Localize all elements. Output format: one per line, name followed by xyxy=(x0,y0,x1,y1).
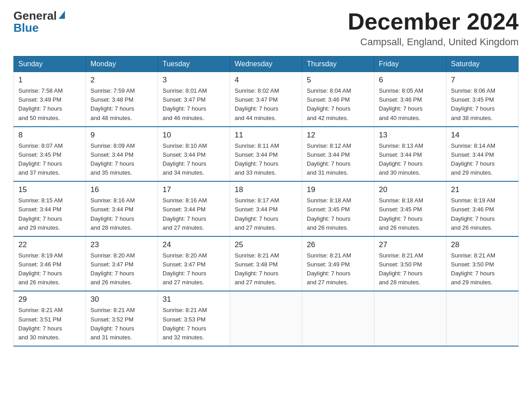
calendar-week-row: 15 Sunrise: 8:15 AMSunset: 3:44 PMDaylig… xyxy=(14,181,519,236)
calendar-cell: 3 Sunrise: 8:01 AMSunset: 3:47 PMDayligh… xyxy=(158,72,230,127)
calendar-week-row: 22 Sunrise: 8:19 AMSunset: 3:46 PMDaylig… xyxy=(14,236,519,291)
day-info: Sunrise: 8:14 AMSunset: 3:44 PMDaylight:… xyxy=(451,141,514,178)
day-number: 10 xyxy=(163,131,225,140)
day-info: Sunrise: 8:09 AMSunset: 3:44 PMDaylight:… xyxy=(90,141,153,178)
day-info: Sunrise: 8:21 AMSunset: 3:50 PMDaylight:… xyxy=(379,251,442,287)
col-header-monday: Monday xyxy=(86,56,158,72)
calendar-cell xyxy=(374,291,446,346)
day-info: Sunrise: 8:12 AMSunset: 3:44 PMDaylight:… xyxy=(307,141,369,178)
calendar-cell: 11 Sunrise: 8:11 AMSunset: 3:44 PMDaylig… xyxy=(230,127,302,182)
day-info: Sunrise: 8:16 AMSunset: 3:44 PMDaylight:… xyxy=(163,196,225,232)
calendar-cell: 21 Sunrise: 8:19 AMSunset: 3:46 PMDaylig… xyxy=(446,181,519,236)
title-section: December 2024 Campsall, England, United … xyxy=(348,9,519,48)
calendar-cell: 13 Sunrise: 8:13 AMSunset: 3:44 PMDaylig… xyxy=(374,127,446,182)
day-number: 8 xyxy=(18,131,81,140)
day-number: 24 xyxy=(163,240,225,249)
calendar-cell: 28 Sunrise: 8:21 AMSunset: 3:50 PMDaylig… xyxy=(446,236,519,291)
day-number: 21 xyxy=(451,185,514,194)
calendar-cell: 6 Sunrise: 8:05 AMSunset: 3:46 PMDayligh… xyxy=(374,72,446,127)
calendar-cell xyxy=(230,291,302,346)
calendar-week-row: 8 Sunrise: 8:07 AMSunset: 3:45 PMDayligh… xyxy=(14,127,519,182)
day-info: Sunrise: 8:16 AMSunset: 3:44 PMDaylight:… xyxy=(90,196,153,232)
day-info: Sunrise: 8:18 AMSunset: 3:45 PMDaylight:… xyxy=(379,196,442,232)
calendar-cell: 23 Sunrise: 8:20 AMSunset: 3:47 PMDaylig… xyxy=(86,236,158,291)
day-number: 14 xyxy=(451,131,514,140)
day-info: Sunrise: 8:21 AMSunset: 3:51 PMDaylight:… xyxy=(18,306,81,342)
calendar-cell: 4 Sunrise: 8:02 AMSunset: 3:47 PMDayligh… xyxy=(230,72,302,127)
day-number: 17 xyxy=(163,185,225,194)
day-info: Sunrise: 8:21 AMSunset: 3:53 PMDaylight:… xyxy=(163,306,225,342)
day-number: 26 xyxy=(307,240,369,249)
day-info: Sunrise: 8:21 AMSunset: 3:50 PMDaylight:… xyxy=(451,251,514,287)
day-info: Sunrise: 8:21 AMSunset: 3:52 PMDaylight:… xyxy=(90,306,153,342)
day-number: 2 xyxy=(90,76,153,85)
day-number: 11 xyxy=(235,131,297,140)
day-info: Sunrise: 8:21 AMSunset: 3:49 PMDaylight:… xyxy=(307,251,369,287)
day-number: 30 xyxy=(90,295,153,304)
day-number: 27 xyxy=(379,240,442,249)
calendar-week-row: 1 Sunrise: 7:58 AMSunset: 3:49 PMDayligh… xyxy=(14,72,519,127)
day-number: 15 xyxy=(18,185,81,194)
day-number: 13 xyxy=(379,131,442,140)
day-info: Sunrise: 8:18 AMSunset: 3:45 PMDaylight:… xyxy=(307,196,369,232)
page-header: General Blue December 2024 Campsall, Eng… xyxy=(13,9,519,48)
day-info: Sunrise: 8:06 AMSunset: 3:45 PMDaylight:… xyxy=(451,86,514,123)
day-number: 9 xyxy=(90,131,153,140)
day-number: 23 xyxy=(90,240,153,249)
day-number: 5 xyxy=(307,76,369,85)
calendar-cell: 1 Sunrise: 7:58 AMSunset: 3:49 PMDayligh… xyxy=(14,72,86,127)
day-number: 29 xyxy=(18,295,81,304)
day-info: Sunrise: 8:21 AMSunset: 3:48 PMDaylight:… xyxy=(235,251,297,287)
location-text: Campsall, England, United Kingdom xyxy=(348,36,519,48)
day-number: 25 xyxy=(235,240,297,249)
day-info: Sunrise: 8:13 AMSunset: 3:44 PMDaylight:… xyxy=(379,141,442,178)
day-number: 31 xyxy=(163,295,225,304)
day-info: Sunrise: 8:19 AMSunset: 3:46 PMDaylight:… xyxy=(18,251,81,287)
calendar-cell: 14 Sunrise: 8:14 AMSunset: 3:44 PMDaylig… xyxy=(446,127,519,182)
calendar-cell: 7 Sunrise: 8:06 AMSunset: 3:45 PMDayligh… xyxy=(446,72,519,127)
calendar-cell: 19 Sunrise: 8:18 AMSunset: 3:45 PMDaylig… xyxy=(302,181,374,236)
month-title: December 2024 xyxy=(348,9,519,34)
calendar-cell: 16 Sunrise: 8:16 AMSunset: 3:44 PMDaylig… xyxy=(86,181,158,236)
calendar-cell: 8 Sunrise: 8:07 AMSunset: 3:45 PMDayligh… xyxy=(14,127,86,182)
calendar-cell xyxy=(446,291,519,346)
day-number: 19 xyxy=(307,185,369,194)
logo: General Blue xyxy=(13,9,65,35)
day-info: Sunrise: 8:07 AMSunset: 3:45 PMDaylight:… xyxy=(18,141,81,178)
day-info: Sunrise: 8:10 AMSunset: 3:44 PMDaylight:… xyxy=(163,141,225,178)
calendar-cell: 26 Sunrise: 8:21 AMSunset: 3:49 PMDaylig… xyxy=(302,236,374,291)
day-info: Sunrise: 8:05 AMSunset: 3:46 PMDaylight:… xyxy=(379,86,442,123)
calendar-cell: 24 Sunrise: 8:20 AMSunset: 3:47 PMDaylig… xyxy=(158,236,230,291)
day-number: 1 xyxy=(18,76,81,85)
day-info: Sunrise: 8:20 AMSunset: 3:47 PMDaylight:… xyxy=(90,251,153,287)
day-info: Sunrise: 7:59 AMSunset: 3:48 PMDaylight:… xyxy=(90,86,153,123)
col-header-wednesday: Wednesday xyxy=(230,56,302,72)
calendar-cell: 30 Sunrise: 8:21 AMSunset: 3:52 PMDaylig… xyxy=(86,291,158,346)
day-number: 7 xyxy=(451,76,514,85)
col-header-sunday: Sunday xyxy=(14,56,86,72)
col-header-friday: Friday xyxy=(374,56,446,72)
day-info: Sunrise: 8:01 AMSunset: 3:47 PMDaylight:… xyxy=(163,86,225,123)
day-number: 4 xyxy=(235,76,297,85)
calendar-cell: 18 Sunrise: 8:17 AMSunset: 3:44 PMDaylig… xyxy=(230,181,302,236)
calendar-cell: 12 Sunrise: 8:12 AMSunset: 3:44 PMDaylig… xyxy=(302,127,374,182)
calendar-cell: 27 Sunrise: 8:21 AMSunset: 3:50 PMDaylig… xyxy=(374,236,446,291)
day-info: Sunrise: 8:19 AMSunset: 3:46 PMDaylight:… xyxy=(451,196,514,232)
calendar-cell: 25 Sunrise: 8:21 AMSunset: 3:48 PMDaylig… xyxy=(230,236,302,291)
calendar-cell: 29 Sunrise: 8:21 AMSunset: 3:51 PMDaylig… xyxy=(14,291,86,346)
calendar-cell: 31 Sunrise: 8:21 AMSunset: 3:53 PMDaylig… xyxy=(158,291,230,346)
calendar-cell: 9 Sunrise: 8:09 AMSunset: 3:44 PMDayligh… xyxy=(86,127,158,182)
day-number: 6 xyxy=(379,76,442,85)
day-info: Sunrise: 8:17 AMSunset: 3:44 PMDaylight:… xyxy=(235,196,297,232)
col-header-thursday: Thursday xyxy=(302,56,374,72)
day-number: 22 xyxy=(18,240,81,249)
calendar-header-row: SundayMondayTuesdayWednesdayThursdayFrid… xyxy=(14,56,519,72)
day-info: Sunrise: 8:15 AMSunset: 3:44 PMDaylight:… xyxy=(18,196,81,232)
day-info: Sunrise: 8:04 AMSunset: 3:46 PMDaylight:… xyxy=(307,86,369,123)
logo-arrow-icon xyxy=(59,11,65,19)
day-info: Sunrise: 8:11 AMSunset: 3:44 PMDaylight:… xyxy=(235,141,297,178)
logo-blue-text: Blue xyxy=(13,21,39,35)
calendar-cell: 10 Sunrise: 8:10 AMSunset: 3:44 PMDaylig… xyxy=(158,127,230,182)
day-number: 16 xyxy=(90,185,153,194)
day-number: 28 xyxy=(451,240,514,249)
